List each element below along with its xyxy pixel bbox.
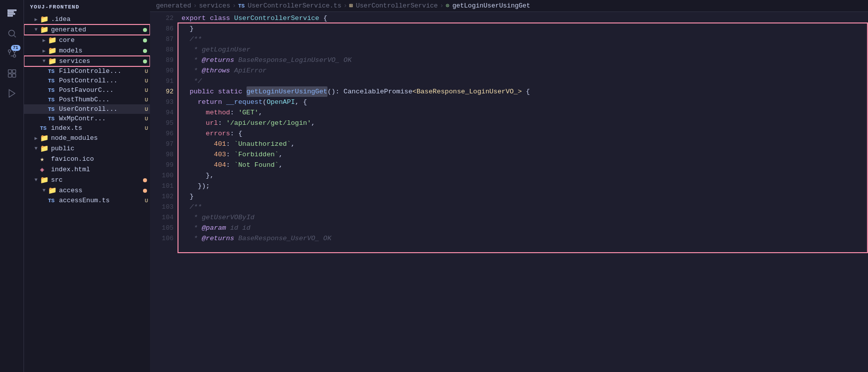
arrow-idea: ▶ — [32, 16, 40, 22]
extensions-icon[interactable] — [2, 64, 22, 83]
token-99e: , — [278, 160, 282, 170]
arrow-core: ▶ — [40, 37, 48, 43]
token-99b: 404 — [214, 160, 226, 170]
sidebar-item-src[interactable]: ▼ 📁 src — [24, 175, 150, 185]
code-line-89: * @returns BaseResponse_LoginUserVO_ OK — [182, 55, 868, 65]
sidebar-item-core-label: core — [59, 36, 143, 44]
sidebar-item-services-label: services — [59, 57, 143, 65]
sidebar-item-postcontroller[interactable]: TS PostControll... U — [24, 76, 150, 85]
access-dot — [143, 189, 147, 193]
sidebar-item-models[interactable]: ▶ 📁 models — [24, 45, 150, 56]
token-89b: @returns — [202, 55, 234, 65]
ln-89: 89 — [150, 55, 174, 65]
sidebar-item-idea[interactable]: ▶ 📁 .idea — [24, 14, 150, 24]
code-line-97: 401: `Unauthorized`, — [182, 139, 868, 149]
token-98e: , — [278, 149, 282, 160]
core-dot — [143, 38, 147, 42]
ln-91: 91 — [150, 76, 174, 86]
svg-point-0 — [8, 30, 14, 36]
sidebar-item-usercontroller[interactable]: TS UserControll... U — [24, 104, 150, 114]
token-91: */ — [182, 76, 202, 86]
sidebar-item-favicon[interactable]: ★ favicon.ico — [24, 154, 150, 164]
token-88a: * — [182, 44, 202, 55]
code-line-87: /** — [182, 34, 868, 44]
ln-90: 90 — [150, 65, 174, 76]
sidebar-item-indexhtml-label: index.html — [51, 166, 150, 173]
code-line-96: errors: { — [182, 128, 868, 139]
token-97a — [182, 139, 214, 149]
editor-area: generated › services › TS UserController… — [150, 0, 868, 372]
ln-104: 104 — [150, 212, 174, 223]
token-101: }); — [182, 181, 210, 191]
run-icon[interactable] — [2, 84, 22, 103]
sidebar-item-indexhtml[interactable]: ◈ index.html — [24, 164, 150, 175]
sidebar-item-services[interactable]: ▼ 📁 services — [24, 56, 150, 66]
token-105c: id id — [226, 223, 250, 233]
sidebar-item-generated[interactable]: ▼ 📁 generated — [24, 24, 150, 35]
arrow-public: ▼ — [32, 146, 40, 151]
sidebar-item-indexts[interactable]: TS index.ts U — [24, 123, 150, 133]
source-control-icon[interactable]: 71 — [2, 44, 22, 63]
svg-point-1 — [8, 50, 10, 52]
token-90a: * — [182, 65, 202, 76]
token-96b: errors — [206, 128, 230, 139]
breadcrumb-generated: generated — [156, 2, 191, 9]
sidebar-item-postthumbc[interactable]: TS PostThumbC... U — [24, 95, 150, 104]
ts-filecontroller-icon: TS — [48, 68, 57, 74]
source-control-badge: 71 — [11, 45, 20, 51]
ln-99: 99 — [150, 160, 174, 170]
token-96c: : { — [230, 128, 242, 139]
sidebar-item-nodemodules[interactable]: ▶ 📁 node_modules — [24, 133, 150, 143]
token-93a — [182, 97, 198, 107]
token-95d: '/api/user/get/login' — [226, 118, 311, 128]
token-95b: url — [206, 118, 218, 128]
explorer-panel: YOUJ-FRONTEND ▶ 📁 .idea ▼ 📁 generated ▶ … — [24, 0, 150, 372]
src-dot — [143, 178, 147, 182]
sidebar-item-usercontroller-label: UserControll... — [59, 105, 144, 113]
breadcrumb-method: getLoginUserUsingGet — [452, 2, 530, 9]
code-line-105: * @param id id — [182, 223, 868, 233]
sidebar-item-generated-label: generated — [51, 26, 143, 33]
arrow-generated: ▼ — [32, 27, 40, 32]
ln-94: 94 — [150, 107, 174, 118]
sidebar-item-core[interactable]: ▶ 📁 core — [24, 35, 150, 45]
sidebar-item-src-label: src — [51, 176, 143, 184]
token-94b: method — [206, 107, 230, 118]
folder-services-icon: 📁 — [48, 57, 57, 65]
sidebar-item-accessenum[interactable]: TS accessEnum.ts U — [24, 196, 150, 205]
code-area[interactable]: 💡 export class UserControllerService { }… — [178, 12, 868, 372]
token-92f: { — [522, 86, 530, 97]
postcontroller-badge: U — [144, 78, 148, 84]
ln-92: 92 — [150, 86, 174, 97]
token-94d: 'GET' — [238, 107, 258, 118]
code-line-102: } — [182, 191, 868, 202]
sidebar-item-access[interactable]: ▼ 📁 access — [24, 185, 150, 196]
explorer-icon[interactable] — [2, 4, 22, 23]
ln-100: 100 — [150, 170, 174, 181]
sidebar-item-filecontroller-label: FileControlle... — [59, 67, 144, 75]
sidebar-item-accessenum-label: accessEnum.ts — [59, 197, 144, 204]
search-icon[interactable] — [2, 24, 22, 43]
token-100: }, — [182, 170, 214, 181]
sidebar-item-postfavourc[interactable]: TS PostFavourC... U — [24, 85, 150, 95]
token-97d: `Unauthorized` — [234, 139, 290, 149]
postthumbc-badge: U — [144, 97, 148, 103]
ln-102: 102 — [150, 191, 174, 202]
token-95a — [182, 118, 206, 128]
sidebar-item-public[interactable]: ▼ 📁 public — [24, 143, 150, 154]
sidebar-item-filecontroller[interactable]: TS FileControlle... U — [24, 66, 150, 76]
accessenum-badge: U — [144, 198, 148, 204]
token-99c: : — [226, 160, 234, 170]
token-104a: * — [182, 212, 202, 223]
sidebar-item-wxmpcontr[interactable]: TS WxMpContr... U — [24, 114, 150, 123]
token-106b: @returns — [202, 233, 234, 244]
svg-point-2 — [13, 55, 16, 57]
code-line-101: }); — [182, 181, 868, 191]
token-92d: (): CancelablePromise — [328, 86, 412, 97]
ts-accessenum-icon: TS — [48, 198, 57, 204]
ln-98: 98 — [150, 149, 174, 160]
sidebar-item-wxmpcontr-label: WxMpContr... — [59, 115, 144, 122]
token-95e: , — [311, 118, 315, 128]
sidebar-item-access-label: access — [59, 187, 143, 194]
token-92c: getLoginUserUsingGet — [246, 86, 328, 97]
